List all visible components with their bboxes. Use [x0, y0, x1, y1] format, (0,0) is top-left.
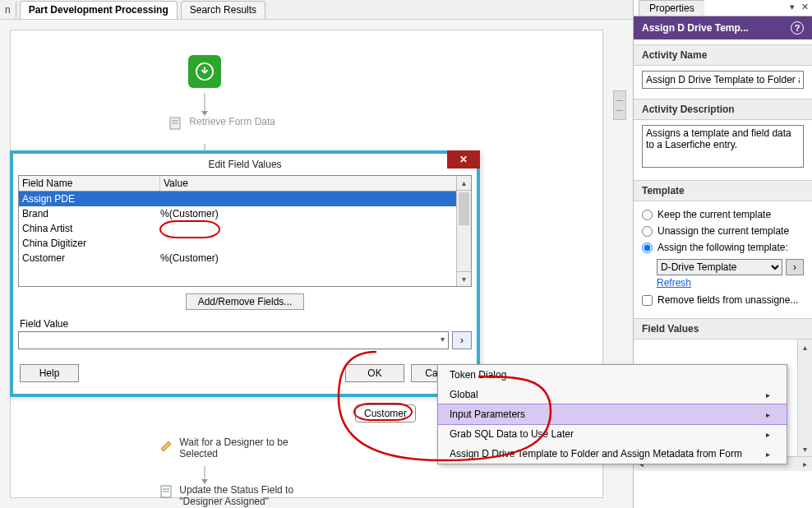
- grid-header: Field Name Value: [19, 176, 471, 192]
- panel-menu-icon[interactable]: ▾: [787, 0, 798, 16]
- submenu-arrow-icon: ▸: [766, 390, 770, 399]
- menu-label: Input Parameters: [450, 409, 525, 420]
- menu-global[interactable]: Global▸: [438, 385, 787, 404]
- tab-fragment: n: [0, 2, 16, 18]
- help-icon[interactable]: ?: [791, 21, 804, 35]
- dialog-titlebar[interactable]: Edit Field Values ✕: [13, 154, 477, 175]
- template-select[interactable]: D-Drive Template: [657, 259, 782, 275]
- col-value[interactable]: Value: [160, 176, 471, 191]
- submenu-arrow-icon: ▸: [766, 450, 770, 459]
- token-menu: Token Dialog... Global▸ Input Parameters…: [437, 364, 787, 464]
- radio-keep-template[interactable]: Keep the current template: [642, 206, 804, 223]
- edit-field-values-dialog: Edit Field Values ✕ Field Name Value Ass…: [10, 150, 480, 397]
- dialog-title: Edit Field Values: [208, 159, 281, 170]
- grid-row[interactable]: Assign PDE: [19, 192, 471, 206]
- cell-value: %(Customer): [160, 208, 468, 219]
- cell-value: [160, 193, 468, 205]
- menu-label: Global: [450, 389, 478, 400]
- cell-field-name: Brand: [22, 208, 160, 219]
- field-value-label: Field Value: [20, 318, 470, 330]
- scroll-down-icon[interactable]: ▾: [457, 271, 471, 286]
- cell-field-name: China Digitizer: [22, 238, 160, 249]
- grid-row[interactable]: Customer %(Customer): [19, 251, 471, 266]
- retrieve-form-node[interactable]: Retrieve Form Data: [168, 116, 300, 131]
- download-icon: [188, 55, 221, 88]
- submenu-arrow-icon: ▸: [766, 430, 770, 439]
- section-activity-name: Activity Name: [634, 44, 812, 66]
- menu-grab-sql[interactable]: Grab SQL Data to Use Later▸: [438, 424, 787, 444]
- form-icon: [168, 116, 183, 131]
- radio-assign-template[interactable]: Assign the following template:: [642, 239, 804, 256]
- properties-title: Assign D Drive Temp...: [642, 22, 749, 34]
- scroll-thumb[interactable]: [459, 192, 469, 225]
- pencil-icon: [159, 436, 173, 451]
- document-icon: [159, 484, 173, 499]
- wait-designer-node[interactable]: Wait for a Designer to be Selected: [159, 436, 323, 460]
- grid-row[interactable]: China Artist: [19, 221, 471, 236]
- activity-desc-input[interactable]: Assigns a template and field data to a L…: [642, 125, 804, 168]
- menu-label: Token Dialog...: [450, 369, 514, 381]
- panel-close-icon[interactable]: ✕: [798, 0, 812, 16]
- help-button[interactable]: Help: [20, 364, 79, 382]
- grid-scrollbar[interactable]: ▴ ▾: [456, 176, 471, 286]
- cell-field-name: China Artist: [22, 223, 160, 234]
- cell-value: %(Customer): [160, 252, 468, 264]
- scroll-down-icon[interactable]: ▾: [798, 441, 812, 456]
- connector-arrow: [201, 466, 208, 484]
- tab-part-development[interactable]: Part Development Processing: [20, 1, 178, 19]
- fields-grid: Field Name Value Assign PDE Brand %(Cust…: [18, 175, 472, 287]
- menu-assign-d-drive[interactable]: Assign D Drive Template to Folder and As…: [438, 444, 787, 464]
- grid-row[interactable]: China Digitizer: [19, 236, 471, 251]
- remove-fields-checkbox[interactable]: Remove fields from unassigne...: [642, 292, 804, 308]
- connector-arrow: [201, 93, 208, 116]
- tab-search-results[interactable]: Search Results: [181, 1, 265, 19]
- section-activity-desc: Activity Description: [634, 99, 812, 120]
- canvas-scroll-grip[interactable]: [613, 90, 626, 120]
- scroll-right-icon[interactable]: ▸: [797, 460, 812, 469]
- menu-label: Assign D Drive Template to Folder and As…: [450, 448, 742, 460]
- cell-value: [160, 223, 468, 234]
- cell-value: [160, 238, 468, 249]
- add-remove-fields-button[interactable]: Add/Remove Fields...: [186, 293, 305, 310]
- properties-header: Assign D Drive Temp... ?: [634, 16, 812, 39]
- refresh-link[interactable]: Refresh: [657, 277, 691, 289]
- grid-body[interactable]: Assign PDE Brand %(Customer) China Artis…: [19, 192, 471, 284]
- cell-field-name: Assign PDE: [22, 193, 160, 205]
- grid-row[interactable]: Brand %(Customer): [19, 206, 471, 221]
- radio-label: Keep the current template: [657, 209, 771, 220]
- scroll-up-icon[interactable]: ▴: [457, 176, 471, 191]
- fv-vscrollbar[interactable]: ▴ ▾: [797, 339, 812, 471]
- activity-name-input[interactable]: [642, 71, 804, 89]
- retrieve-form-label: Retrieve Form Data: [189, 116, 275, 127]
- submenu-arrow-icon: ▸: [766, 410, 770, 419]
- properties-tab[interactable]: Properties: [639, 0, 704, 16]
- menu-label: Grab SQL Data to Use Later: [450, 428, 574, 440]
- section-template: Template: [634, 180, 812, 201]
- section-field-values: Field Values: [634, 318, 812, 339]
- radio-label: Assign the following template:: [657, 242, 788, 253]
- menu-token-dialog[interactable]: Token Dialog...: [438, 365, 787, 385]
- tooltip-customer: Customer: [355, 404, 416, 423]
- radio-label: Unassign the current template: [657, 225, 789, 237]
- wait-designer-label: Wait for a Designer to be Selected: [179, 436, 294, 460]
- cell-field-name: Customer: [22, 252, 160, 264]
- radio-unassign-template[interactable]: Unassign the current template: [642, 223, 804, 239]
- start-node[interactable]: [188, 55, 221, 88]
- field-value-input[interactable]: ▾: [18, 331, 449, 349]
- chevron-down-icon[interactable]: ▾: [441, 335, 445, 344]
- update-status-label: Update the Status Field to "Designer Ass…: [179, 484, 294, 507]
- col-field-name[interactable]: Field Name: [19, 176, 160, 191]
- ok-button[interactable]: OK: [345, 364, 404, 382]
- checkbox-label: Remove fields from unassigne...: [657, 294, 798, 306]
- update-status-node[interactable]: Update the Status Field to "Designer Ass…: [159, 484, 339, 507]
- menu-input-parameters[interactable]: Input Parameters▸: [438, 404, 787, 424]
- close-icon[interactable]: ✕: [447, 150, 480, 169]
- scroll-up-icon[interactable]: ▴: [798, 339, 812, 354]
- token-picker-button[interactable]: ›: [452, 331, 472, 349]
- template-go-button[interactable]: ›: [786, 259, 804, 275]
